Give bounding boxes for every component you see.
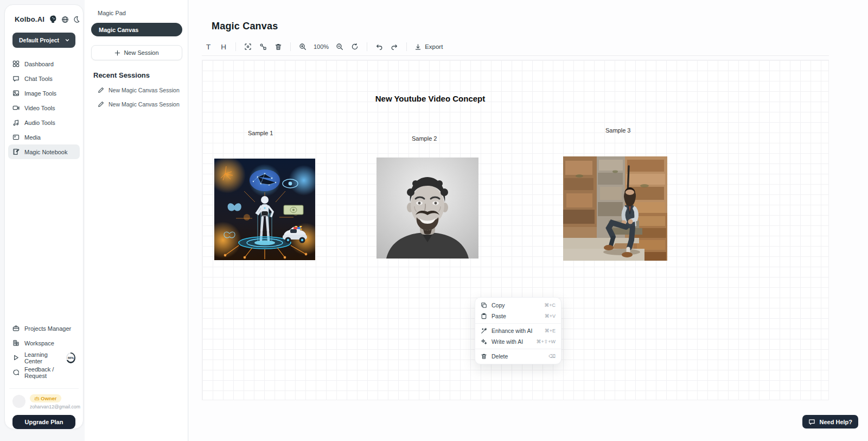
canvas-image-ai-robot[interactable]: ¥ xyxy=(214,159,315,260)
ai-robot-hologram-illustration: ¥ xyxy=(214,159,315,260)
select-area-button[interactable] xyxy=(241,40,254,53)
globe-icon[interactable] xyxy=(61,16,69,23)
toolbar-divider xyxy=(367,42,367,51)
building-icon xyxy=(12,339,20,346)
context-menu-item-delete[interactable]: Delete ⌫ xyxy=(475,351,561,362)
briefcase-icon xyxy=(12,325,20,332)
new-session-button[interactable]: New Session xyxy=(91,45,182,60)
help-chat-icon xyxy=(808,418,815,425)
undo-button[interactable] xyxy=(373,40,386,53)
context-menu-label: Write with AI xyxy=(492,338,532,345)
canvas-image-portrait[interactable] xyxy=(376,158,478,259)
crown-icon xyxy=(34,396,40,401)
chat-bubble-icon xyxy=(12,75,20,82)
project-selector[interactable]: Default Project xyxy=(12,33,75,48)
zoom-in-icon xyxy=(299,43,307,51)
context-menu-shortcut: ⌘+⇧+W xyxy=(536,339,556,344)
sidebar-item-media[interactable]: Media xyxy=(8,130,80,144)
export-button[interactable]: Export xyxy=(412,43,445,51)
sidebar-item-feedback-request[interactable]: Feedback / Request xyxy=(8,365,80,380)
magic-canvas-grid[interactable]: New Youtube Video Concept Sample 1 Sampl… xyxy=(202,60,829,400)
toolbar-divider xyxy=(406,42,407,51)
context-menu-item-enhance-ai[interactable]: Enhance with AI ⌘+E xyxy=(475,325,561,336)
canvas-image-sitting-man[interactable] xyxy=(563,156,667,261)
moon-icon[interactable] xyxy=(73,16,80,23)
sidebar-item-learning-center[interactable]: Learning Center 66% xyxy=(8,350,80,365)
zoom-out-button[interactable] xyxy=(333,40,346,53)
brand-name: Kolbo.AI xyxy=(15,15,44,23)
zoom-level[interactable]: 100% xyxy=(311,40,331,53)
context-menu-shortcut: ⌘+C xyxy=(544,303,556,308)
sidebar-item-projects-manager[interactable]: Projects Manager xyxy=(8,321,80,336)
paste-icon xyxy=(481,313,487,319)
connector-tool-button[interactable] xyxy=(257,40,270,53)
sample-label[interactable]: Sample 3 xyxy=(605,127,630,134)
video-camera-icon xyxy=(12,104,20,111)
head-logo-icon xyxy=(48,15,58,24)
sample-label[interactable]: Sample 2 xyxy=(412,135,437,142)
zoom-out-icon xyxy=(336,43,343,51)
need-help-button[interactable]: Need Help? xyxy=(802,415,858,429)
context-menu-label: Enhance with AI xyxy=(492,327,540,334)
canvas-heading[interactable]: New Youtube Video Concept xyxy=(375,94,486,103)
pencil-icon xyxy=(98,101,104,108)
media-icon xyxy=(12,134,20,141)
sidebar-item-label: Chat Tools xyxy=(24,75,53,82)
sidebar-item-label: Media xyxy=(24,134,41,141)
brand-row: Kolbo.AI xyxy=(5,5,83,24)
learning-progress-ring: 66% xyxy=(66,352,75,363)
sample-label[interactable]: Sample 1 xyxy=(248,130,273,136)
new-session-label: New Session xyxy=(124,49,158,56)
sidebar-item-audio-tools[interactable]: Audio Tools xyxy=(8,115,80,130)
recent-session-label: New Magic Canvas Session xyxy=(108,87,180,93)
reset-rotation-button[interactable] xyxy=(348,40,361,53)
magic-pad-item[interactable]: Magic Pad xyxy=(85,0,188,16)
recent-session-item[interactable]: New Magic Canvas Session xyxy=(85,93,188,108)
sidebar-item-dashboard[interactable]: Dashboard xyxy=(8,56,80,71)
main-sidebar: Kolbo.AI Default Project Dashboard Chat … xyxy=(4,4,84,429)
toolbar-divider xyxy=(235,42,236,51)
redo-button[interactable] xyxy=(388,40,401,53)
canvas-toolbar: T H 100% Export xyxy=(202,42,829,56)
project-selector-value: Default Project xyxy=(19,37,59,43)
download-icon xyxy=(414,43,422,51)
context-menu-shortcut: ⌘+V xyxy=(545,313,556,319)
main-area: Magic Canvas T H 100% xyxy=(189,0,868,441)
context-menu: Copy ⌘+C Paste ⌘+V Enhance with AI ⌘+E W… xyxy=(475,297,561,364)
plus-icon xyxy=(114,50,120,56)
sidebar-item-label: Dashboard xyxy=(24,61,54,67)
context-menu-divider xyxy=(475,349,561,349)
dashboard-grid-icon xyxy=(12,60,20,67)
sidebar-item-workspace[interactable]: Workspace xyxy=(8,336,80,350)
play-icon xyxy=(12,354,20,361)
sidebar-item-video-tools[interactable]: Video Tools xyxy=(8,100,80,115)
notebook-pencil-icon xyxy=(12,148,20,155)
zoom-in-button[interactable] xyxy=(296,40,309,53)
text-tool-button[interactable]: T xyxy=(202,40,215,53)
context-menu-item-write-ai[interactable]: Write with AI ⌘+⇧+W xyxy=(475,336,561,347)
sidebar-bottom-nav: Projects Manager Workspace Learning Cent… xyxy=(8,321,80,380)
sidebar-item-magic-notebook[interactable]: Magic Notebook xyxy=(8,144,80,159)
recent-session-item[interactable]: New Magic Canvas Session xyxy=(85,79,188,93)
context-menu-item-paste[interactable]: Paste ⌘+V xyxy=(475,311,561,322)
sidebar-item-label: Magic Notebook xyxy=(24,149,68,155)
magic-wand-icon xyxy=(481,327,487,334)
context-menu-item-copy[interactable]: Copy ⌘+C xyxy=(475,300,561,311)
sidebar-item-label: Video Tools xyxy=(24,105,55,111)
trash-icon xyxy=(481,353,487,360)
heading-tool-button[interactable]: H xyxy=(217,40,230,53)
sidebar-item-label: Audio Tools xyxy=(24,119,55,126)
magic-canvas-item[interactable]: Magic Canvas xyxy=(91,23,182,36)
select-area-icon xyxy=(244,43,252,51)
sidebar-item-label: Feedback / Request xyxy=(24,366,75,379)
rotate-reset-icon xyxy=(351,43,359,51)
need-help-label: Need Help? xyxy=(819,419,852,425)
user-email: zoharvan12@gmail.com xyxy=(30,404,80,410)
delete-tool-button[interactable] xyxy=(272,40,285,53)
context-menu-shortcut: ⌫ xyxy=(548,354,556,359)
context-menu-label: Paste xyxy=(492,313,540,319)
sidebar-item-chat-tools[interactable]: Chat Tools xyxy=(8,71,80,86)
upgrade-plan-button[interactable]: Upgrade Plan xyxy=(12,415,75,429)
sidebar-item-image-tools[interactable]: Image Tools xyxy=(8,86,80,100)
user-account-row[interactable]: Owner zoharvan12@gmail.com xyxy=(9,388,79,410)
